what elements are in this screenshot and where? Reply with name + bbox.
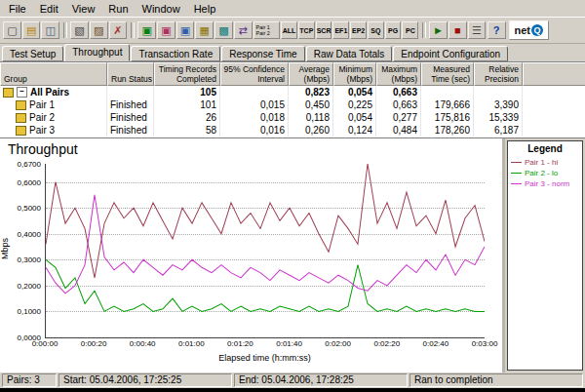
timing-records-cell: 58 [154, 124, 220, 137]
precision-cell: 3,390 [474, 98, 523, 111]
header-minimum[interactable]: Minimum(Mbps) [333, 62, 376, 86]
run-status-cell [107, 86, 154, 98]
tab-throughput[interactable]: Throughput [64, 44, 130, 61]
header-average[interactable]: Average(Mbps) [289, 62, 333, 86]
table-row-all-pairs[interactable]: − All Pairs 105 0,823 0,054 0,663 [0, 86, 585, 98]
view-options-icon[interactable]: ☰ [468, 21, 487, 39]
table-row-pair-2[interactable]: Pair 2 Finished 26 0,018 0,118 0,054 0,2… [0, 111, 585, 124]
open-test-icon[interactable]: ▤ [22, 21, 41, 39]
x-axis-label: Elapsed time (h:mm:ss) [45, 353, 485, 363]
copy-icon[interactable]: ▧ [70, 21, 89, 39]
maximum-cell: 0,663 [376, 98, 421, 111]
maximum-cell: 0,484 [376, 124, 421, 137]
chart-line-pair-1 [46, 164, 485, 278]
filter-tcp-button[interactable]: TCP [298, 21, 315, 39]
help-icon[interactable]: ? [488, 21, 506, 39]
swap-endpoints-icon[interactable]: ⇄ [234, 21, 253, 39]
header-confidence-interval[interactable]: 95% ConfidenceInterval [220, 62, 289, 86]
menu-view[interactable]: View [65, 2, 102, 16]
header-relative-precision[interactable]: RelativePrecision [474, 62, 523, 86]
precision-cell: 6,187 [474, 124, 523, 137]
run-test-icon[interactable]: ► [429, 21, 448, 39]
filter-pc-button[interactable]: PC [402, 21, 418, 39]
menu-run[interactable]: Run [101, 2, 135, 16]
new-test-icon[interactable]: ▢ [3, 21, 21, 39]
header-text: Measured [433, 64, 470, 74]
menu-help[interactable]: Help [187, 2, 223, 16]
header-text: Minimum [339, 64, 372, 74]
confidence-cell: 0,015 [220, 98, 289, 111]
add-group-icon[interactable]: ▣ [157, 21, 176, 39]
header-timing-records[interactable]: Timing RecordsCompleted [154, 62, 220, 86]
measured-time-cell: 178,260 [421, 124, 474, 137]
edit-pair-icon[interactable]: ▦ [195, 21, 214, 39]
header-group[interactable]: Group [0, 62, 107, 86]
filter-all-button[interactable]: ALL [281, 21, 297, 39]
table-row-pair-1[interactable]: Pair 1 Finished 101 0,015 0,450 0,225 0,… [0, 98, 585, 111]
header-text: Interval [257, 74, 285, 84]
tab-raw-data-totals[interactable]: Raw Data Totals [306, 46, 393, 61]
menu-window[interactable]: Window [136, 2, 187, 16]
stop-test-icon[interactable]: ■ [448, 21, 467, 39]
maximum-cell: 0,277 [376, 111, 421, 124]
legend-item-pair-1: Pair 1 - hi [508, 157, 582, 168]
filter-sq-button[interactable]: SQ [368, 21, 384, 39]
average-cell: 0,823 [289, 86, 333, 98]
table-row-pair-3[interactable]: Pair 3 Finished 58 0,016 0,260 0,124 0,4… [0, 124, 585, 137]
paste-icon[interactable]: ▨ [90, 21, 108, 39]
header-text: Maximum [381, 64, 417, 74]
group-label: All Pairs [30, 86, 69, 98]
minimum-cell: 0,225 [333, 98, 376, 111]
add-vpn-pair-icon[interactable]: ▣ [176, 21, 195, 39]
header-filler [523, 62, 585, 86]
header-text: (Mbps) [347, 74, 372, 84]
tab-test-setup[interactable]: Test Setup [2, 46, 63, 61]
pair-selector-button[interactable]: Pair 1 Pair 2 [254, 21, 281, 39]
header-run-status[interactable]: Run Status [107, 62, 154, 86]
toolbar-separator [131, 22, 135, 38]
y-tick-label: 0,2000 [18, 281, 41, 290]
menu-file[interactable]: File [2, 2, 33, 16]
header-text: 95% Confidence [224, 64, 285, 74]
confidence-cell: 0,018 [220, 111, 289, 124]
toolbar-separator [422, 22, 426, 38]
x-tick-label: 0:00:00 [32, 339, 58, 348]
y-tick-label: 0,6000 [18, 177, 41, 186]
y-tick-label: 0,6700 [18, 160, 41, 169]
pair-selector-line2: Pair 2 [256, 30, 278, 36]
chart-area: Throughput Mbps 0,6700 0,6000 0,5000 0,4… [0, 137, 585, 372]
x-tick-label: 0:00:40 [130, 339, 156, 348]
pair-group-icon [3, 88, 14, 98]
minimum-cell: 0,124 [333, 124, 376, 137]
tab-transaction-rate[interactable]: Transaction Rate [131, 46, 220, 61]
header-measured-time[interactable]: MeasuredTime (sec) [421, 62, 474, 86]
header-text: Relative [488, 64, 519, 74]
status-start-time: Start: 05.04.2006, 17:25:25 [58, 373, 232, 387]
filter-scr-button[interactable]: SCR [316, 21, 332, 39]
confidence-cell [220, 86, 289, 98]
toolbar: ▢ ▤ ◫ ▧ ▨ ✗ ▣ ▣ ▣ ▦ ▩ ⇄ Pair 1 Pair 2 AL… [0, 17, 585, 44]
chart-panel: Throughput Mbps 0,6700 0,6000 0,5000 0,4… [0, 138, 502, 372]
x-tick-label: 0:03:00 [472, 339, 498, 348]
collapse-icon[interactable]: − [17, 87, 27, 98]
menu-edit[interactable]: Edit [33, 2, 65, 16]
group-cell: Pair 1 [0, 98, 107, 111]
save-test-icon[interactable]: ◫ [41, 21, 59, 39]
add-pair-icon[interactable]: ▣ [137, 21, 156, 39]
filter-ef1-button[interactable]: EF1 [332, 21, 349, 39]
run-status-cell: Finished [107, 124, 154, 137]
header-text: Precision [485, 74, 519, 84]
replicate-pair-icon[interactable]: ▩ [214, 21, 233, 39]
minimum-cell: 0,054 [333, 111, 376, 124]
tab-endpoint-configuration[interactable]: Endpoint Configuration [393, 46, 508, 61]
measured-time-cell: 179,666 [421, 98, 474, 111]
filter-pg-button[interactable]: PG [385, 21, 402, 39]
legend-title: Legend [508, 141, 582, 157]
filter-ep2-button[interactable]: EP2 [350, 21, 367, 39]
group-cell: Pair 2 [0, 111, 107, 124]
measured-time-cell [421, 86, 474, 98]
header-maximum[interactable]: Maximum(Mbps) [376, 62, 421, 86]
group-label: Pair 2 [29, 111, 55, 124]
tab-response-time[interactable]: Response Time [221, 46, 304, 61]
delete-icon[interactable]: ✗ [109, 21, 128, 39]
